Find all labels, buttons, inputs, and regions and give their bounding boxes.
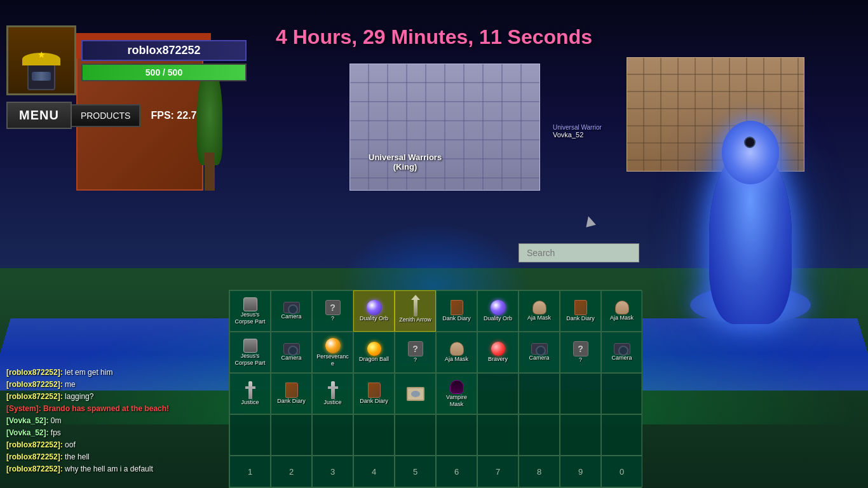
chat-line: [roblox872252]: why the hell am i a defa… (6, 463, 222, 475)
hotbar-number: 7 (477, 456, 519, 487)
inventory-cell[interactable]: Dank Diary (353, 373, 395, 414)
inventory-cell[interactable] (395, 414, 436, 456)
menu-button[interactable]: MENU (6, 102, 72, 129)
health-bar: 500 / 500 (81, 64, 247, 81)
inventory-cell[interactable] (312, 414, 353, 456)
hotbar-number: 4 (353, 456, 395, 487)
inventory-cell[interactable]: Camera (601, 332, 642, 373)
dragonball-icon (367, 342, 381, 356)
chat-line: [roblox872252]: me (6, 379, 222, 390)
avatar-hat (22, 53, 60, 65)
inventory-cell[interactable]: Zenith Arrow (395, 290, 436, 332)
hotbar-number: 2 (271, 456, 312, 487)
mask-icon (450, 342, 464, 356)
inventory-cell[interactable]: ?? (560, 332, 601, 373)
inventory-cell[interactable] (519, 414, 560, 456)
mask-icon (615, 301, 629, 315)
chat-line: [roblox872252]: oof (6, 439, 222, 451)
inventory-cell[interactable]: Camera (519, 332, 560, 373)
inventory-cell[interactable] (436, 414, 477, 456)
inventory-cell[interactable]: Jesus's Corpse Part (229, 332, 271, 373)
inventory-cell[interactable]: ?? (395, 332, 436, 373)
inventory-cell[interactable] (353, 414, 395, 456)
hotbar-number: 6 (436, 456, 477, 487)
inventory-cell[interactable]: Aja Mask (519, 290, 560, 332)
photo-icon (407, 387, 424, 401)
inventory-cell[interactable]: Dank Diary (436, 290, 477, 332)
search-bar (519, 243, 639, 262)
inventory-cell[interactable]: Perseverance (312, 332, 353, 373)
vampire-icon (450, 380, 464, 394)
inventory-cell[interactable]: Camera (271, 332, 312, 373)
inventory-cell[interactable]: Duality Orb (477, 290, 519, 332)
inventory-cell[interactable] (477, 373, 519, 414)
sword-icon (331, 381, 335, 399)
hotbar-number: 9 (560, 456, 601, 487)
camera-icon (283, 343, 300, 355)
inventory-cell[interactable]: Camera (271, 290, 312, 332)
hotbar-number: 0 (601, 456, 642, 487)
health-text: 500 / 500 (146, 67, 182, 78)
book-icon (574, 300, 587, 315)
menu-bar: MENU PRODUCTS FPS: 22.7 (6, 102, 196, 129)
inventory-panel: Jesus's Corpse PartCamera??Duality OrbZe… (229, 290, 642, 488)
inventory-cell[interactable]: Dragon Ball (353, 332, 395, 373)
bravery-icon (491, 342, 505, 356)
inventory-cell[interactable] (560, 373, 601, 414)
inventory-cell[interactable] (560, 414, 601, 456)
avatar (6, 25, 76, 95)
inventory-cell[interactable]: Dank Diary (560, 290, 601, 332)
inventory-cell[interactable]: Bravery (477, 332, 519, 373)
player-card: roblox872252 500 / 500 (6, 25, 247, 95)
inventory-cell[interactable]: Duality Orb (353, 290, 395, 332)
inventory-cell[interactable] (519, 373, 560, 414)
chat-line: [Vovka_52]: fps (6, 427, 222, 438)
camera-icon (531, 343, 548, 355)
hud-topleft: roblox872252 500 / 500 (6, 25, 247, 95)
inventory-cell[interactable]: Justice (312, 373, 353, 414)
mask-icon (532, 301, 546, 315)
inventory-cell[interactable] (395, 373, 436, 414)
player-info: roblox872252 500 / 500 (81, 40, 247, 81)
chat-line: [Vovka_52]: 0m (6, 415, 222, 426)
chat-box: [roblox872252]: let em get him[roblox872… (6, 367, 222, 475)
username-text: roblox872252 (93, 44, 235, 57)
camera-icon (614, 343, 630, 355)
camera-icon (283, 302, 300, 313)
avatar-face (27, 62, 55, 90)
orb-icon (491, 300, 506, 315)
sword-icon (248, 381, 252, 399)
inventory-cell[interactable] (229, 414, 271, 456)
creature (677, 102, 817, 324)
inventory-cell[interactable]: Dank Diary (271, 373, 312, 414)
inventory-cell[interactable]: Aja Mask (601, 290, 642, 332)
orb-gold-icon (325, 338, 341, 353)
hotbar-number: 8 (519, 456, 560, 487)
products-button[interactable]: PRODUCTS (72, 104, 141, 127)
chat-line: [roblox872252]: lagging? (6, 391, 222, 402)
search-input[interactable] (519, 243, 639, 262)
chat-line: [roblox872252]: let em get him (6, 367, 222, 378)
hotbar-number: 5 (395, 456, 436, 487)
inventory-cell[interactable] (477, 414, 519, 456)
number-row: 1234567890 (229, 456, 641, 487)
question-icon: ? (408, 341, 423, 356)
inventory-cell[interactable] (601, 414, 642, 456)
inventory-cell[interactable]: Vampire Mask (436, 373, 477, 414)
arrow-icon (414, 299, 417, 316)
hotbar-number: 1 (229, 456, 271, 487)
inventory-cell[interactable]: Aja Mask (436, 332, 477, 373)
chat-line: [roblox872252]: the hell (6, 451, 222, 463)
inventory-cell[interactable] (271, 414, 312, 456)
inventory-grid: Jesus's Corpse PartCamera??Duality OrbZe… (229, 290, 641, 456)
corpse-icon (243, 297, 257, 311)
building-center (349, 64, 540, 191)
book-icon (285, 383, 298, 398)
inventory-cell[interactable]: Jesus's Corpse Part (229, 290, 271, 332)
inventory-cell[interactable] (601, 373, 642, 414)
question-icon: ? (573, 341, 588, 356)
inventory-cell[interactable]: ?? (312, 290, 353, 332)
corpse-icon (243, 339, 257, 353)
avatar-visor (32, 72, 51, 81)
inventory-cell[interactable]: Justice (229, 373, 271, 414)
